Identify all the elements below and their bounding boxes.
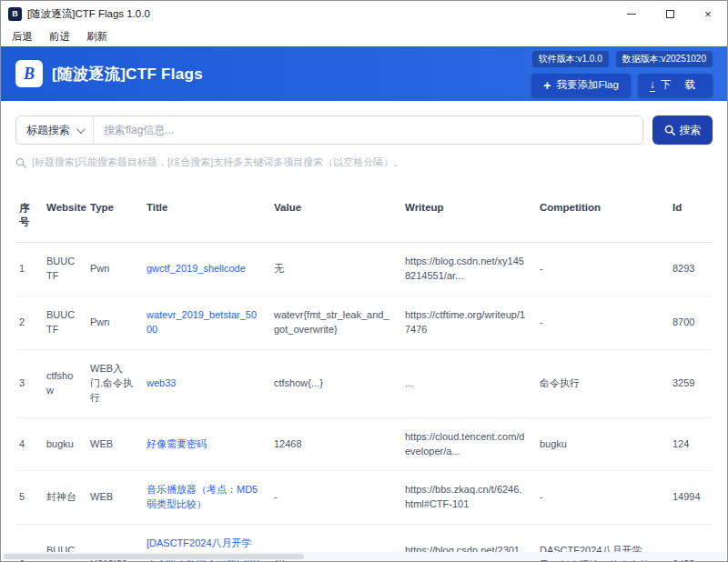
column-header-type: Type: [86, 193, 143, 243]
cell-writeup: https://bbs.zkaq.cn/t/6246.html#CTF-101: [401, 471, 536, 525]
column-header-id: Id: [669, 193, 713, 243]
table-row: 1BUUCTFPwngwctf_2019_shellcode无https://b…: [15, 243, 713, 296]
horizontal-scrollbar: [2, 552, 726, 560]
cell-id: 124: [669, 417, 713, 471]
cell-competition: bugku: [536, 417, 669, 471]
cell-type: WEB入门.命令执行: [86, 349, 143, 417]
cell-competition: -: [536, 471, 669, 525]
cell-no: 4: [15, 417, 43, 471]
column-header-title: Title: [143, 193, 270, 243]
cell-website: ctfshow: [43, 349, 86, 417]
title-link[interactable]: 音乐播放器（考点：MD5弱类型比较）: [147, 484, 258, 509]
column-header-value: Value: [270, 193, 401, 243]
plus-icon: +: [543, 79, 551, 92]
cell-id: 8293: [669, 243, 713, 296]
horizontal-scrollbar-thumb[interactable]: [4, 554, 304, 559]
cell-writeup: https://blog.csdn.net/xy1458214551/ar...: [401, 243, 536, 296]
cell-title: gwctf_2019_shellcode: [143, 243, 270, 296]
title-link[interactable]: web33: [147, 377, 176, 388]
menubar: 后退 前进 刷新: [1, 26, 727, 46]
window-title: [随波逐流]CTF Flags 1.0.0: [27, 7, 150, 21]
menu-item-back[interactable]: 后退: [12, 30, 33, 44]
table-head: 序号 Website Type Title Value Writeup Comp…: [15, 193, 713, 243]
column-header-website: Website: [43, 193, 86, 243]
app-window: B [随波逐流]CTF Flags 1.0.0 × 后退 前进 刷新 B [随波…: [0, 0, 728, 562]
cell-title: watevr_2019_betstar_5000: [143, 296, 270, 349]
flags-table-wrap: 序号 Website Type Title Value Writeup Comp…: [15, 193, 713, 561]
column-header-competition: Competition: [536, 193, 669, 243]
download-button[interactable]: ↓ 下 载: [638, 74, 713, 97]
title-link[interactable]: watevr_2019_betstar_5000: [147, 309, 257, 335]
flags-table: 序号 Website Type Title Value Writeup Comp…: [15, 193, 713, 561]
cell-type: Pwn: [86, 296, 143, 349]
cell-value: 12468: [270, 417, 401, 471]
cell-no: 2: [15, 296, 43, 349]
table-header-row: 序号 Website Type Title Value Writeup Comp…: [15, 193, 713, 243]
title-link[interactable]: 好像需要密码: [147, 438, 207, 449]
menu-item-refresh[interactable]: 刷新: [86, 30, 107, 44]
search-hint: [标题搜索]只能搜索题目标题，[综合搜索]支持多关键词多项目搜索（以空格分隔）。: [15, 156, 713, 169]
cell-value: -: [270, 471, 401, 525]
header-right: 软件版本:v1.0.0 数据版本:v20251020 + 我要添加Flag ↓ …: [531, 51, 713, 97]
table-row: 5封神台WEB音乐播放器（考点：MD5弱类型比较）-https://bbs.zk…: [15, 471, 713, 525]
minimize-button[interactable]: [612, 1, 651, 26]
cell-writeup: https://ctftime.org/writeup/17476: [401, 296, 536, 349]
close-button[interactable]: ×: [689, 1, 727, 26]
header-actions: + 我要添加Flag ↓ 下 载: [531, 74, 713, 97]
cell-website: BUUCTF: [43, 296, 86, 349]
column-header-writeup: Writeup: [401, 193, 536, 243]
table-row: 2BUUCTFPwnwatevr_2019_betstar_5000watevr…: [15, 296, 713, 349]
close-icon: ×: [704, 8, 712, 20]
app-logo: B: [15, 60, 43, 87]
minimize-icon: [627, 14, 636, 15]
cell-writeup: ...: [401, 349, 536, 417]
cell-website: BUUCTF: [43, 243, 86, 296]
table-row: 4bugkuWEB好像需要密码12468https://cloud.tencen…: [15, 417, 713, 471]
cell-no: 5: [15, 471, 43, 525]
table-row: 3ctfshowWEB入门.命令执行web33ctfshow{...}...命令…: [15, 349, 713, 417]
window-controls: ×: [612, 1, 727, 26]
cell-title: 好像需要密码: [143, 417, 270, 471]
cell-website: bugku: [43, 417, 86, 471]
content-area: 标题搜索 搜索 [标题搜索]只能搜索题目标题，[综合搜索]支持多关键词多项目搜索…: [1, 101, 727, 561]
search-mode-select[interactable]: 标题搜索: [16, 116, 94, 144]
menu-item-forward[interactable]: 前进: [49, 30, 70, 44]
column-header-no: 序号: [15, 193, 43, 243]
cell-competition: 命令执行: [536, 349, 669, 417]
data-version-badge: 数据版本:v20251020: [616, 51, 713, 67]
search-hint-text: [标题搜索]只能搜索题目标题，[综合搜索]支持多关键词多项目搜索（以空格分隔）。: [32, 156, 403, 169]
search-row: 标题搜索 搜索: [15, 115, 713, 145]
add-flag-label: 我要添加Flag: [556, 78, 618, 92]
search-input[interactable]: [94, 116, 642, 144]
version-row: 软件版本:v1.0.0 数据版本:v20251020: [532, 51, 713, 67]
cell-id: 3259: [669, 349, 713, 417]
cell-website: 封神台: [43, 471, 86, 525]
cell-type: WEB: [86, 417, 143, 471]
app-header: B [随波逐流]CTF Flags 软件版本:v1.0.0 数据版本:v2025…: [1, 46, 727, 101]
app-icon: B: [8, 7, 22, 21]
cell-type: WEB: [86, 471, 143, 525]
software-version-badge: 软件版本:v1.0.0: [532, 51, 609, 67]
cell-competition: -: [536, 243, 669, 296]
cell-value: 无: [270, 243, 401, 296]
search-group: 标题搜索: [15, 115, 643, 145]
page-title: [随波逐流]CTF Flags: [52, 64, 203, 85]
cell-id: 8700: [669, 296, 713, 349]
cell-id: 14994: [669, 471, 713, 525]
cell-title: web33: [143, 349, 270, 417]
hint-search-icon: [15, 157, 26, 168]
cell-type: Pwn: [86, 243, 143, 296]
search-button[interactable]: 搜索: [652, 115, 713, 145]
chevron-down-icon: [76, 125, 86, 134]
maximize-button[interactable]: [651, 1, 689, 26]
add-flag-button[interactable]: + 我要添加Flag: [531, 74, 631, 97]
title-link[interactable]: gwctf_2019_shellcode: [147, 263, 246, 274]
cell-title: 音乐播放器（考点：MD5弱类型比较）: [143, 471, 270, 525]
search-icon: [664, 125, 675, 135]
cell-value: watevr{fmt_str_leak_and_got_overwrite}: [270, 296, 401, 349]
cell-no: 3: [15, 349, 43, 417]
table-body: 1BUUCTFPwngwctf_2019_shellcode无https://b…: [15, 243, 713, 562]
cell-writeup: https://cloud.tencent.com/developer/a...: [401, 417, 536, 471]
titlebar: B [随波逐流]CTF Flags 1.0.0 ×: [1, 1, 727, 26]
cell-no: 1: [15, 243, 43, 296]
